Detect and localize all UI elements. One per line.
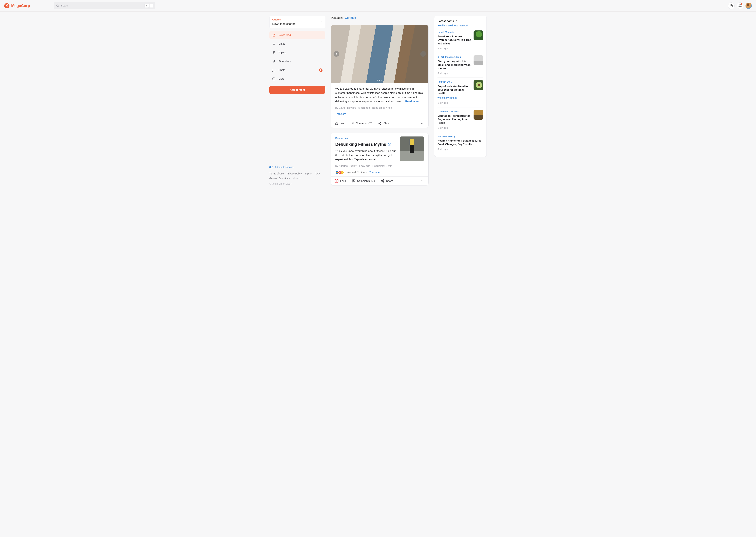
latest-post-title: Healthy Habits for a Balanced Life: Smal…: [438, 139, 483, 146]
footer-more[interactable]: More: [293, 177, 301, 180]
svg-point-11: [273, 77, 275, 80]
latest-post-hashtags[interactable]: #health #wellness: [438, 96, 471, 100]
latest-post-time: 5 min ago: [438, 47, 471, 50]
footer-terms[interactable]: Terms of Use: [269, 172, 284, 176]
footer-faq[interactable]: FAQ: [315, 172, 320, 176]
brand-name: MegaCorp: [11, 3, 30, 9]
chat-icon: [272, 68, 275, 72]
footer-general[interactable]: General Questions: [269, 177, 290, 180]
nav-pinned-mix[interactable]: Pinned mix: [269, 58, 325, 65]
sidebar: Channel News feed channel News feed Mixe…: [269, 16, 325, 186]
nav-mixes[interactable]: Mixes: [269, 40, 325, 48]
post-actions: Like Comments 26 Share •••: [331, 119, 428, 128]
latest-post-item[interactable]: @FitnessGuruBlog Start your day with thi…: [438, 53, 483, 77]
settings-button[interactable]: [728, 2, 735, 9]
nav-newsfeed[interactable]: News feed: [269, 31, 325, 39]
nav-label: Chats: [278, 68, 316, 72]
feed: Posted in: Our Blog We are excited to sh…: [331, 16, 429, 186]
latest-post-item[interactable]: Health Magazine Boost Your Immune System…: [438, 30, 483, 53]
reactions-row: 👍 ❤ 😄 You and 24 others Translate: [331, 171, 428, 176]
comments-button[interactable]: Comments 26: [351, 121, 372, 125]
x-icon: [438, 56, 440, 58]
search-input[interactable]: Search ⌘ F: [54, 2, 155, 9]
latest-post-time: 5 min ago: [438, 101, 471, 104]
love-button[interactable]: ♥ Love: [335, 179, 346, 183]
add-content-button[interactable]: Add content: [269, 86, 325, 94]
user-avatar[interactable]: [745, 3, 752, 9]
latest-post-source: Mindfulness Matters: [438, 110, 471, 113]
footer-privacy[interactable]: Privacy Policy: [286, 172, 302, 176]
latest-post-thumbnail: [474, 55, 483, 65]
brand-mark: M: [4, 3, 10, 8]
carousel-dots[interactable]: [377, 80, 382, 81]
gear-icon: [730, 4, 733, 7]
post-image: [331, 25, 428, 83]
svg-line-9: [274, 51, 274, 54]
copyright: © tchop GmbH 2017: [269, 182, 325, 186]
channel-value: News feed channel: [272, 22, 319, 26]
nav-more[interactable]: More: [269, 75, 325, 83]
latest-post-item[interactable]: Mindfulness Matters Meditation Technique…: [438, 107, 483, 132]
posted-in-link[interactable]: Our Blog: [345, 16, 356, 19]
svg-line-28: [382, 181, 383, 182]
latest-post-title: Superfoods You Need in Your Diet for Opt…: [438, 85, 471, 95]
post-meta: by Esther Howard · 5 min ago · Read time…: [335, 106, 424, 110]
latest-post-title: Meditation Techniques for Beginners: Fin…: [438, 114, 471, 125]
comment-icon: [351, 121, 354, 125]
nav-label: More: [278, 77, 322, 81]
latest-post-title: Boost Your Immune System Naturally: Top …: [438, 35, 471, 45]
chevron-down-icon[interactable]: [481, 20, 483, 22]
like-button[interactable]: Like: [335, 121, 345, 125]
nav-label: Topics: [278, 51, 322, 55]
chats-badge: 2: [319, 68, 322, 72]
mixes-icon: [272, 42, 275, 46]
svg-point-26: [383, 182, 384, 183]
search-shortcut: ⌘ F: [145, 4, 153, 8]
post-description: We are excited to share that we have rea…: [335, 87, 424, 103]
translate-link[interactable]: Translate: [335, 112, 346, 116]
latest-post-time: 5 min ago: [438, 126, 471, 130]
latest-post-item[interactable]: Nutrition Daily Superfoods You Need in Y…: [438, 77, 483, 107]
brand-logo[interactable]: M MegaCorp: [4, 3, 50, 9]
nav-topics[interactable]: Topics: [269, 49, 325, 57]
post-menu-button[interactable]: •••: [421, 121, 425, 125]
share-button[interactable]: Share: [378, 121, 391, 125]
latest-post-thumbnail: [474, 80, 483, 90]
heart-icon: ♥: [335, 179, 338, 183]
reaction-icons[interactable]: 👍 ❤ 😄: [335, 171, 344, 174]
reactions-count[interactable]: You and 24 others: [347, 171, 367, 174]
comments-button[interactable]: Comments 108: [352, 179, 375, 183]
latest-post-thumbnail: [474, 30, 483, 40]
feed-post: We are excited to share that we have rea…: [331, 25, 429, 128]
notifications-button[interactable]: [737, 2, 743, 9]
post-title[interactable]: Debunking Fitness Myths: [335, 141, 397, 147]
latest-post-time: 5 min ago: [438, 147, 483, 151]
share-icon: [378, 121, 382, 125]
translate-link[interactable]: Translate: [369, 171, 380, 174]
svg-point-24: [383, 180, 384, 181]
svg-line-19: [379, 122, 380, 123]
svg-line-27: [382, 180, 383, 181]
post-menu-button[interactable]: •••: [421, 179, 425, 183]
post-thumbnail: [400, 137, 424, 161]
svg-point-0: [57, 5, 59, 7]
read-more-link[interactable]: Read more: [405, 100, 419, 103]
latest-post-item[interactable]: Wellness Weekly Healthy Habits for a Bal…: [438, 132, 483, 153]
carousel-prev[interactable]: [334, 51, 339, 57]
post-meta: by Adorlee Querry · 1 day ago · Read tim…: [335, 164, 397, 168]
footer-imprint[interactable]: Imprint: [305, 172, 312, 176]
admin-dashboard-link[interactable]: Admin dashboard: [269, 165, 325, 169]
feed-post: Fitness day Debunking Fitness Myths Thin…: [331, 133, 429, 186]
svg-point-2: [731, 5, 732, 6]
nav-label: News feed: [278, 33, 322, 37]
post-tag[interactable]: Fitness day: [335, 137, 397, 140]
channel-selector[interactable]: Channel News feed channel: [269, 16, 325, 28]
latest-post-time: 5 min ago: [438, 71, 471, 75]
latest-post-source: @FitnessGuruBlog: [438, 55, 471, 59]
carousel-next[interactable]: [420, 51, 426, 57]
nav-chats[interactable]: Chats 2: [269, 66, 325, 74]
laugh-reaction-icon: 😄: [341, 171, 344, 174]
chevron-down-icon: [299, 177, 301, 179]
share-button[interactable]: Share: [381, 179, 393, 183]
latest-posts-channel[interactable]: Health & Wellness Network: [438, 24, 468, 27]
